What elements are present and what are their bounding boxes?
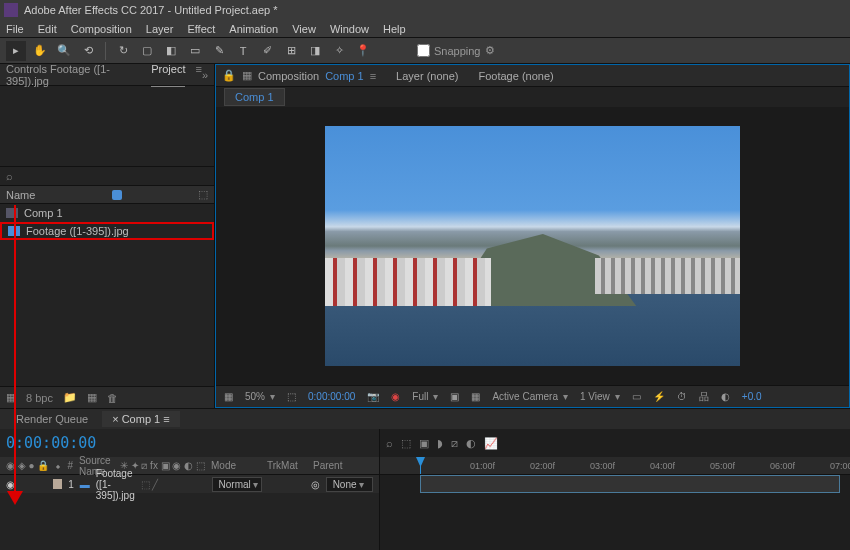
menu-window[interactable]: Window	[330, 23, 369, 35]
project-col-name[interactable]: Name	[6, 189, 35, 201]
comp-subtab[interactable]: Comp 1	[224, 88, 285, 106]
project-item-footage[interactable]: Footage ([1-395]).jpg	[0, 222, 214, 240]
menu-help[interactable]: Help	[383, 23, 406, 35]
bpc-button[interactable]: 8 bpc	[26, 392, 53, 404]
parent-dropdown[interactable]: None	[326, 477, 373, 492]
snapping-opts-icon[interactable]: ⚙	[485, 44, 495, 57]
hand-tool[interactable]: ✋	[30, 41, 50, 61]
time-display[interactable]: 0:00:00:00	[308, 391, 355, 402]
clone-tool[interactable]: ⊞	[281, 41, 301, 61]
project-search-input[interactable]	[17, 169, 208, 184]
composition-tab[interactable]: 🔒 ▦ Composition Comp 1 ≡	[222, 69, 376, 82]
render-queue-tab[interactable]: Render Queue	[6, 411, 98, 427]
comp-panel-menu-icon[interactable]: ≡	[370, 70, 376, 82]
orbit-tool[interactable]: ⟲	[78, 41, 98, 61]
menu-view[interactable]: View	[292, 23, 316, 35]
mode-dropdown[interactable]: Normal	[212, 477, 262, 492]
menu-composition[interactable]: Composition	[71, 23, 132, 35]
pan-behind-tool[interactable]: ◧	[161, 41, 181, 61]
playhead[interactable]	[420, 457, 421, 474]
exposure-value[interactable]: +0.0	[742, 391, 762, 402]
layer-name: Footage ([1-395]).jpg	[96, 468, 135, 501]
selection-tool[interactable]: ▸	[6, 41, 26, 61]
toolbar: ▸ ✋ 🔍 ⟲ ↻ ▢ ◧ ▭ ✎ T ✐ ⊞ ◨ ✧ 📍 Snapping ⚙	[0, 38, 850, 64]
resolution-dropdown[interactable]: Full	[412, 391, 438, 402]
snapping-group: Snapping ⚙	[417, 44, 495, 57]
current-timecode[interactable]: 0:00:00:00	[6, 434, 96, 452]
project-item-label: Comp 1	[24, 207, 63, 219]
new-comp-icon[interactable]: ▦	[87, 391, 97, 404]
layer-duration-bar[interactable]	[420, 475, 840, 493]
annotation-arrow	[14, 205, 16, 495]
puppet-tool[interactable]: 📍	[353, 41, 373, 61]
comp-mini-flowchart-icon[interactable]: ⬚	[401, 437, 411, 450]
frame-blend-icon[interactable]: ⧄	[451, 437, 458, 450]
av-toggles[interactable]: ◉ ◈ ● 🔒	[6, 460, 49, 471]
eraser-tool[interactable]: ◨	[305, 41, 325, 61]
delete-icon[interactable]: 🗑	[107, 392, 118, 404]
ruler-mark: 02:00f	[530, 461, 555, 471]
menu-file[interactable]: File	[6, 23, 24, 35]
shy-icon[interactable]: ◗	[437, 437, 443, 450]
lock-icon[interactable]: 🔒	[222, 69, 236, 82]
tl-search-icon[interactable]: ⌕	[386, 437, 393, 449]
layer-index: 1	[68, 479, 74, 490]
transparency-icon[interactable]: ▦	[471, 391, 480, 402]
layer-index-col: #	[67, 460, 73, 471]
timeline-layer-row[interactable]: ◉ 1 ▬ Footage ([1-395]).jpg ⬚ ╱ Normal ◎…	[0, 475, 379, 493]
shape-tool[interactable]: ▭	[185, 41, 205, 61]
resolution-icon[interactable]: ⬚	[287, 391, 296, 402]
snapping-checkbox[interactable]	[417, 44, 430, 57]
views-dropdown[interactable]: 1 View	[580, 391, 620, 402]
zoom-dropdown[interactable]: 50%	[245, 391, 275, 402]
layer-switch-group[interactable]: ⬚ ╱	[141, 479, 206, 490]
graph-editor-icon[interactable]: 📈	[484, 437, 498, 450]
sort-indicator-icon[interactable]	[112, 190, 122, 200]
menu-effect[interactable]: Effect	[187, 23, 215, 35]
channel-icon[interactable]: ◉	[391, 391, 400, 402]
flowchart-icon[interactable]: 品	[699, 390, 709, 404]
parent-pickwhip-icon[interactable]: ◎	[311, 479, 320, 490]
time-ruler[interactable]: 01:00f 02:00f 03:00f 04:00f 05:00f 06:00…	[380, 457, 850, 475]
layer-color-label[interactable]	[53, 479, 62, 489]
project-item-label: Footage ([1-395]).jpg	[26, 225, 129, 237]
effect-controls-tab[interactable]: Controls Footage ([1-395]).jpg	[6, 63, 141, 87]
col-labels-icon[interactable]: ⬚	[198, 188, 208, 201]
zoom-tool[interactable]: 🔍	[54, 41, 74, 61]
ruler-mark: 06:00f	[770, 461, 795, 471]
search-icon: ⌕	[6, 170, 13, 182]
project-item-comp[interactable]: Comp 1	[0, 204, 214, 222]
menu-animation[interactable]: Animation	[229, 23, 278, 35]
camera-dropdown[interactable]: Active Camera	[492, 391, 568, 402]
roi-icon[interactable]: ▣	[450, 391, 459, 402]
titlebar-text: Adobe After Effects CC 2017 - Untitled P…	[24, 4, 278, 16]
footage-tab[interactable]: Footage (none)	[478, 70, 553, 82]
fast-preview-icon[interactable]: ⚡	[653, 391, 665, 402]
brush-tool[interactable]: ✐	[257, 41, 277, 61]
exposure-reset-icon[interactable]: ◐	[721, 391, 730, 402]
roto-tool[interactable]: ✧	[329, 41, 349, 61]
project-tab[interactable]: Project	[151, 63, 185, 87]
layer-tab[interactable]: Layer (none)	[396, 70, 458, 82]
rotation-tool[interactable]: ↻	[113, 41, 133, 61]
motion-blur-icon[interactable]: ◐	[466, 437, 476, 450]
timeline-icon[interactable]: ⏱	[677, 391, 687, 402]
camera-tool[interactable]: ▢	[137, 41, 157, 61]
type-tool[interactable]: T	[233, 41, 253, 61]
timeline-panel: Render Queue × Comp 1 ≡ 0:00:00:00 ◉ ◈ ●…	[0, 408, 850, 550]
menu-edit[interactable]: Edit	[38, 23, 57, 35]
mode-col: Mode	[211, 460, 261, 471]
snapshot-icon[interactable]: 📷	[367, 391, 379, 402]
viewer[interactable]	[216, 107, 849, 385]
grid-icon[interactable]: ▦	[224, 391, 233, 402]
pen-tool[interactable]: ✎	[209, 41, 229, 61]
menu-layer[interactable]: Layer	[146, 23, 174, 35]
comp-tab-label: Composition	[258, 70, 319, 82]
new-folder-icon[interactable]: 📁	[63, 391, 77, 404]
draft3d-icon[interactable]: ▣	[419, 437, 429, 450]
ruler-mark: 01:00f	[470, 461, 495, 471]
pixel-aspect-icon[interactable]: ▭	[632, 391, 641, 402]
ruler-mark: 04:00f	[650, 461, 675, 471]
panel-close-icon[interactable]: »	[202, 69, 208, 81]
timeline-comp-tab[interactable]: × Comp 1 ≡	[102, 411, 180, 427]
